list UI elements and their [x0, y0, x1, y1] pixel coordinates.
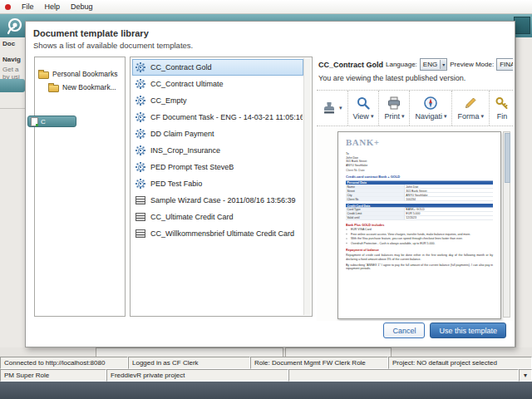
toolbar-label-text: Navigati [415, 112, 442, 121]
gear-icon [135, 162, 145, 172]
status-bar-row1: Connected to http://localhost:8080Logged… [0, 357, 532, 369]
bottom-dark-bar [0, 382, 532, 399]
template-label: DD Claim Payment [150, 130, 214, 138]
toolbar-print-button[interactable]: Print▾ [379, 91, 410, 126]
template-row[interactable]: CC_Contract Ultimate [132, 76, 303, 92]
preview-scrollbar[interactable] [503, 131, 510, 318]
status-cell-3: Project: NO default project selected [388, 357, 532, 369]
doc-bullet-item: With the Visa purchase feature, you can … [351, 237, 493, 240]
gear-icon [135, 145, 145, 155]
doc-field-label: Street [346, 189, 405, 193]
template-list: CC_Contract GoldCC_Contract UltimateCC_E… [132, 59, 310, 242]
preview-mode-value: FINAL [500, 61, 513, 68]
toolbar-forma-button[interactable]: Forma▾ [452, 91, 490, 126]
doc-field-label: City [346, 193, 405, 197]
template-row[interactable]: CC_Empty [132, 92, 303, 109]
app-root: FileHelpDebug Doc Navig Get a by usi C D… [0, 0, 532, 399]
background-panel-fragment [285, 347, 392, 357]
doc-field-value: 100234 [405, 197, 493, 201]
doc-field-value: EUR 5.000 [405, 212, 493, 216]
gear-icon [135, 79, 145, 89]
dialog-button-row: Cancel Use this template [383, 323, 506, 338]
template-list-panel: CC_Contract GoldCC_Contract UltimateCC_E… [130, 57, 313, 317]
template-preview-panel: CC_Contract Gold Language: ENG ▾ Preview… [317, 57, 513, 321]
template-row[interactable]: CC_Willkommensbrief Ultimate Credit Card [132, 225, 303, 242]
doc-field-value: 12/2023 [405, 216, 493, 220]
record-dot-icon [5, 4, 11, 10]
doc-address-block: ToJohn Doe301 Bank StreetANYU Southlake [346, 152, 493, 167]
chevron-down-icon: ▾ [440, 60, 446, 69]
tree-item-0[interactable]: Personal Bookmarks [35, 67, 125, 81]
template-label: Sample Wizard Case - 2011/08/16 13:56:39 [150, 196, 295, 204]
background-right-fragment [515, 37, 532, 347]
preview-mode-select[interactable]: FINAL ▾ [496, 58, 513, 71]
toolbar-stamp-button[interactable]: ▾ [317, 91, 348, 126]
case-tab-label: C [41, 118, 46, 126]
template-label: INS_Crop_Insurance [150, 146, 220, 155]
menu-item-debug[interactable]: Debug [71, 2, 93, 11]
doc-title: Credit-card contract Bank + GOLD [346, 175, 493, 179]
chevron-down-icon: ▾ [480, 113, 484, 120]
template-label: CC_Willkommensbrief Ultimate Credit Card [150, 229, 294, 238]
template-row[interactable]: PED Prompt Test SteveB [132, 159, 303, 175]
key-icon [495, 96, 510, 111]
doc-repayment-text: Repayment of credit card balances may be… [346, 254, 493, 261]
doc-repayment-heading: Repayment of balance [346, 248, 493, 252]
doc-brand: BANK+ [346, 137, 493, 148]
toolbar-view-button[interactable]: View▾ [348, 91, 380, 126]
status-cell-0: PM Super Role [0, 369, 106, 382]
header-right-button[interactable] [514, 17, 530, 34]
background-case-tab[interactable]: C [27, 116, 76, 127]
background-bottom-fragment [0, 347, 532, 357]
toolbar-label-text: Print [384, 112, 400, 121]
tree-item-1[interactable]: New Bookmark... [35, 81, 125, 94]
sidebar-fragment-text: Get a [2, 66, 19, 73]
background-panel-fragment [96, 347, 283, 357]
bookmarks-tree-panel: Personal BookmarksNew Bookmark... [34, 57, 126, 317]
doc-field-value: 301 Bank Street [405, 189, 493, 193]
doc-bullet-item: EUR VISA Card [351, 228, 493, 231]
status-cell-1: FreddievR private project [106, 369, 288, 382]
stack-icon [135, 213, 145, 221]
toolbar-navigati-button[interactable]: Navigati▾ [410, 91, 452, 126]
cancel-button[interactable]: Cancel [383, 323, 425, 338]
template-row[interactable]: DD Claim Payment [132, 126, 303, 142]
template-list-scrollbar[interactable] [303, 58, 311, 315]
template-label: CC_Contract Gold [150, 63, 212, 71]
preview-scrollbar-thumb[interactable] [505, 133, 510, 183]
magnifier-icon [356, 96, 371, 111]
template-row[interactable]: CF Document Task - ENG - 14-03-21 11:05:… [132, 109, 303, 126]
doc-table-row: Client Nr.100234 [346, 197, 493, 201]
preview-toolbar: ▾View▾Print▾Navigati▾Forma▾Fin [317, 90, 513, 126]
status-expand-button[interactable]: ▾ [519, 369, 532, 382]
document-preview-area: BANK+ToJohn Doe301 Bank StreetANYU South… [317, 128, 513, 321]
toolbar-fin-button[interactable]: Fin [490, 91, 513, 126]
template-label: PED Test Fabio [150, 180, 202, 188]
language-select[interactable]: ENG ▾ [420, 58, 447, 71]
status-empty-cell [288, 369, 519, 382]
chevron-down-icon: ▾ [339, 105, 342, 111]
template-row[interactable]: Sample Wizard Case - 2011/08/16 13:56:39 [132, 192, 303, 209]
template-label: CC_Contract Ultimate [150, 80, 224, 88]
template-row[interactable]: CC_Contract Gold [132, 59, 303, 76]
menu-item-help[interactable]: Help [45, 2, 61, 11]
doc-field-label: Card Type [346, 208, 405, 212]
printer-icon [387, 96, 401, 111]
menu-item-file[interactable]: File [22, 2, 34, 11]
pencil-icon [463, 96, 478, 111]
template-row[interactable]: INS_Crop_Insurance [132, 142, 303, 159]
stack-icon [135, 196, 145, 204]
template-label: PED Prompt Test SteveB [150, 163, 234, 171]
gear-icon [135, 179, 145, 189]
gear-icon [135, 129, 145, 139]
template-row[interactable]: CC_Ultimate Credit Card [132, 209, 303, 225]
doc-bullet-list: EUR VISA CardFree online account access.… [346, 228, 493, 245]
gear-icon [135, 112, 145, 122]
template-label: CF Document Task - ENG - 14-03-21 11:05:… [150, 113, 303, 121]
document-template-library-dialog: Document template library Shows a list o… [25, 21, 515, 347]
background-nav-tab[interactable] [0, 79, 25, 92]
use-this-template-button[interactable]: Use this template [430, 323, 506, 338]
doc-field-label: Credit Limit [346, 212, 405, 216]
template-label: CC_Empty [150, 96, 187, 105]
template-row[interactable]: PED Test Fabio [132, 175, 303, 192]
